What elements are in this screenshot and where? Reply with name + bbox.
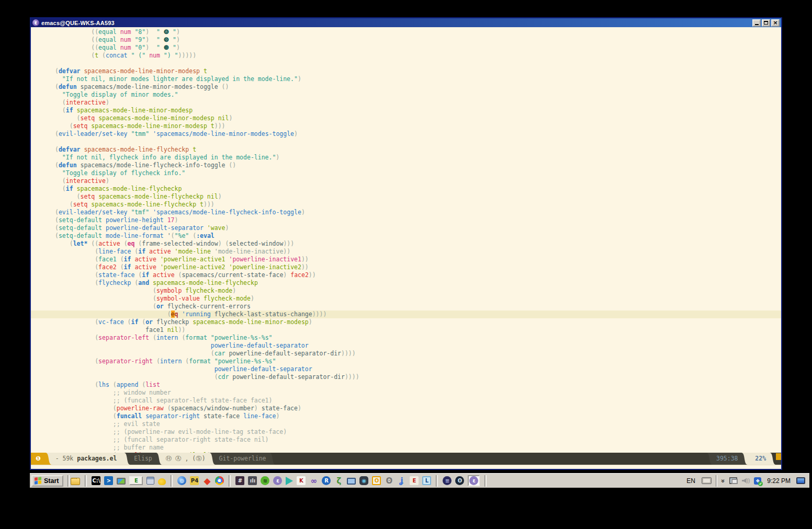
outlook-icon[interactable]: O (372, 476, 381, 485)
code-line[interactable]: (symbol-value flycheck-mode) (55, 295, 781, 303)
show-hidden-icons-chevron[interactable]: » (719, 479, 727, 482)
helix-diamond-icon[interactable]: ◆ (202, 476, 211, 485)
code-line[interactable]: "If not nil, minor modes lighter are dis… (55, 75, 781, 83)
code-line[interactable]: (setq spacemacs-mode-line-minor-modesp n… (55, 114, 781, 122)
restore-button[interactable] (762, 19, 770, 27)
code-line[interactable]: ;; (powerline-raw evil-mode-line-tag sta… (55, 428, 781, 436)
minimize-button[interactable] (752, 19, 761, 27)
audio-app-icon[interactable]: ılı (248, 476, 257, 485)
code-line[interactable]: (if spacemacs-mode-line-flycheckp (55, 185, 781, 193)
code-line[interactable]: ((equal num "9") " ❾ ") (55, 36, 781, 44)
editor-e-icon[interactable]: E (129, 476, 143, 485)
minor-modes-segment[interactable]: Ⓗ Ⓐ , (Ⓢ) (162, 453, 209, 465)
buffer-info-segment[interactable]: - 59k packages.el (52, 453, 125, 465)
code-line[interactable]: ((equal num "0") " ❿ ") (55, 44, 781, 52)
spotify-icon[interactable]: ≋ (261, 476, 269, 485)
emacs-active-icon[interactable]: ε (469, 476, 478, 485)
code-line[interactable]: (evil-leader/set-key "tmf" 'spacemacs/mo… (55, 209, 781, 216)
code-line[interactable]: (powerline-raw (spacemacs/window-number)… (55, 405, 781, 412)
language-indicator[interactable]: EN (684, 476, 697, 486)
code-line[interactable]: ;; (funcall separator-right state-face n… (55, 436, 781, 444)
infinity-icon[interactable]: ∞ (309, 476, 318, 485)
code-area[interactable]: ((equal num "8") " ❽ ") ((equal num "9")… (31, 27, 781, 453)
cmd-icon[interactable]: C:\ (92, 476, 100, 485)
clock[interactable]: 9:22 PM (765, 477, 792, 485)
speaker-icon[interactable]: )) (742, 478, 750, 484)
emacs-icon[interactable]: ε (273, 476, 282, 485)
code-line[interactable]: (symbolp flycheck-mode) (55, 287, 781, 295)
close-button[interactable]: × (771, 19, 780, 27)
code-line[interactable]: (cdr powerline-default-separator-dir)))) (55, 373, 781, 381)
code-line[interactable]: (setq-default powerline-default-separato… (55, 224, 781, 232)
display-settings-icon[interactable] (117, 478, 126, 485)
code-line[interactable]: (line-face (if active 'mode-line 'mode-l… (55, 248, 781, 256)
code-line[interactable]: (setq-default powerline-height 17) (55, 216, 781, 224)
code-line[interactable]: powerline-default-separator (55, 342, 781, 350)
code-line[interactable]: (let* ((active (eq (frame-selected-windo… (55, 240, 781, 248)
p4-icon[interactable]: P4 (190, 476, 199, 485)
code-line[interactable]: ;; window number (55, 389, 781, 397)
code-line[interactable]: (face1 (if active 'powerline-active1 'po… (55, 256, 781, 263)
code-line[interactable]: ;; evil state (55, 420, 781, 428)
code-line[interactable]: (separator-left (intern (format "powerli… (55, 334, 781, 342)
code-line[interactable]: (setq spacemacs-mode-line-flycheckp nil) (55, 193, 781, 201)
network-icon[interactable] (729, 477, 738, 484)
slack-icon[interactable]: # (235, 476, 244, 485)
code-line[interactable]: (defun spacemacs/mode-line-minor-modes-t… (55, 83, 781, 91)
play-store-icon[interactable] (286, 477, 293, 485)
code-line[interactable]: (setq spacemacs-mode-line-minor-modesp t… (55, 122, 781, 130)
lightroom-icon[interactable]: L (422, 476, 431, 485)
code-line[interactable]: (car powerline-default-separator-dir)))) (55, 350, 781, 358)
code-line[interactable]: (state-face (if active (spacemacs/curren… (55, 271, 781, 279)
r-icon[interactable]: R (322, 476, 331, 485)
emacs-active-icon-button[interactable]: ε (468, 475, 480, 486)
code-line[interactable]: ((equal num "8") " ❽ ") (55, 28, 781, 36)
k-app-icon[interactable]: K (297, 476, 306, 485)
code-line[interactable]: (defvar spacemacs-mode-line-minor-modesp… (55, 67, 781, 75)
emacs-retro-icon[interactable]: E (410, 476, 419, 485)
show-desktop-icon[interactable] (796, 477, 805, 484)
duck-icon[interactable] (158, 478, 166, 485)
keyboard-icon[interactable] (702, 477, 712, 484)
code-line[interactable]: (vc-face (if (or flycheckp spacemacs-mod… (55, 318, 781, 326)
code-line[interactable]: (defvar spacemacs-mode-line-flycheckp t (55, 146, 781, 154)
scroll-percent-segment[interactable]: 22% (748, 453, 770, 465)
code-line[interactable]: (if spacemacs-mode-line-minor-modesp (55, 107, 781, 114)
code-line[interactable]: (t (concat " (" num ") "))))) (55, 52, 781, 60)
code-line[interactable]: (setq spacemacs-mode-line-flycheckp t))) (55, 201, 781, 209)
code-line[interactable]: (interactive) (55, 99, 781, 107)
code-line[interactable]: (funcall separator-right state-face line… (55, 412, 781, 420)
code-line[interactable]: (interactive) (55, 177, 781, 185)
echo-area[interactable] (31, 465, 781, 469)
code-line[interactable]: (face2 (if active 'powerline-active2 'po… (55, 263, 781, 271)
code-line-current[interactable]: (eq 'running flycheck-last-status-change… (31, 310, 781, 318)
chrome-icon[interactable] (215, 476, 224, 485)
eye-viewer-icon[interactable]: ◉ (359, 476, 368, 485)
titlebar[interactable]: ε emacs@QUE-WKS-AA593 × (31, 18, 781, 27)
code-line[interactable]: "Toggle display of minor modes." (55, 91, 781, 99)
code-line[interactable]: face1 nil)) (55, 326, 781, 334)
major-mode-segment[interactable]: Elisp (130, 453, 155, 465)
remote-desktop-icon[interactable] (347, 478, 356, 485)
version-control-segment[interactable]: Git-powerline (216, 453, 270, 465)
code-line[interactable]: "Toggle display of flycheck info." (55, 169, 781, 177)
code-line[interactable]: (defun spacemacs/mode-line-flycheck-info… (55, 162, 781, 169)
code-line[interactable]: ;; (funcall separator-left state-face fa… (55, 397, 781, 405)
code-line[interactable]: (flycheckp (and spacemacs-mode-line-flyc… (55, 279, 781, 287)
eclipse-icon[interactable]: ≡ (443, 476, 452, 485)
code-line[interactable]: (setq-default mode-line-format '("%e" (:… (55, 232, 781, 240)
code-line[interactable]: (lhs (append (list (55, 381, 781, 389)
quill-icon[interactable]: ʝ (397, 476, 406, 485)
code-line[interactable] (55, 60, 781, 67)
start-button[interactable]: Start (31, 475, 63, 487)
code-line[interactable] (55, 138, 781, 146)
code-line[interactable]: (separator-right (intern (format "powerl… (55, 358, 781, 365)
gimp-icon[interactable]: ʘ (385, 476, 393, 485)
folder-icon[interactable] (71, 478, 80, 485)
code-line[interactable]: (or flycheck-current-errors (55, 303, 781, 310)
gecko-icon[interactable]: ζ (334, 476, 343, 485)
window-number-segment[interactable]: ❶ (31, 453, 46, 465)
code-line[interactable]: "If not nil, flycheck info are displayed… (55, 154, 781, 162)
code-line[interactable]: powerline-default-separator (55, 365, 781, 373)
installer-disk-icon[interactable] (146, 477, 154, 485)
